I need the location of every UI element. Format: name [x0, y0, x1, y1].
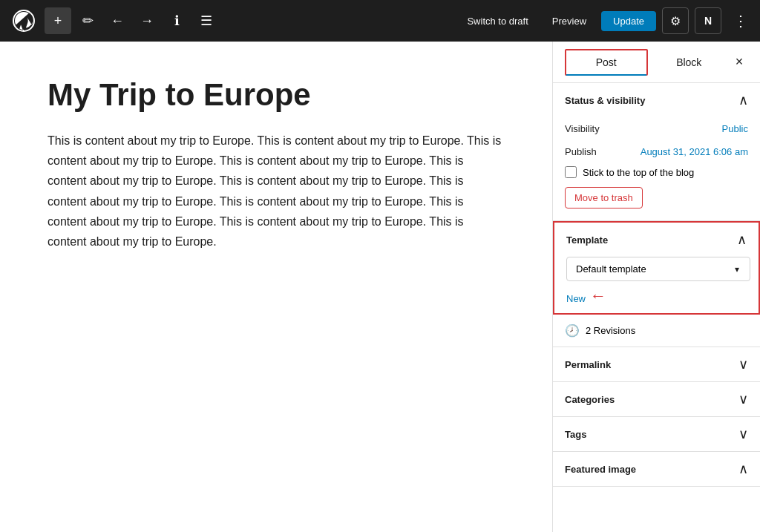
post-title[interactable]: My Trip to Europe	[48, 77, 505, 113]
featured-image-header[interactable]: Featured image ∧	[553, 452, 760, 486]
visibility-value[interactable]: Public	[722, 123, 748, 134]
preview-button[interactable]: Preview	[543, 11, 595, 31]
redo-button[interactable]: →	[134, 7, 160, 34]
template-select-wrap: Default template ▾	[566, 257, 747, 281]
template-header: Template ∧	[566, 231, 747, 248]
n-button[interactable]: N	[695, 7, 721, 34]
permalink-title: Permalink	[565, 359, 611, 370]
template-title: Template	[566, 234, 608, 246]
status-visibility-body: Visibility Public Publish August 31, 202…	[553, 117, 760, 220]
sticky-row: Stick to the top of the blog	[565, 163, 748, 181]
revisions-icon: 🕗	[565, 324, 580, 338]
template-new-link[interactable]: New	[566, 293, 586, 304]
publish-label: Publish	[565, 146, 597, 157]
toolbar-right: Switch to draft Preview Update ⚙ N ⋮	[458, 7, 754, 34]
info-button[interactable]: ℹ	[163, 7, 190, 34]
status-visibility-title: Status & visibility	[565, 95, 645, 106]
permalink-panel: Permalink ∨	[553, 347, 760, 382]
toolbar: + ✏ ← → ℹ ☰ Switch to draft Preview Upda…	[0, 0, 760, 42]
categories-header[interactable]: Categories ∨	[553, 382, 760, 416]
featured-image-panel: Featured image ∧	[553, 452, 760, 487]
template-select[interactable]: Default template	[566, 257, 750, 281]
status-visibility-header[interactable]: Status & visibility ∧	[553, 83, 760, 117]
permalink-toggle[interactable]: ∨	[738, 356, 748, 372]
tags-panel: Tags ∨	[553, 417, 760, 452]
add-block-button[interactable]: +	[45, 7, 71, 34]
categories-toggle[interactable]: ∨	[738, 391, 748, 407]
template-toggle[interactable]: ∧	[737, 231, 747, 248]
tab-post[interactable]: Post	[565, 49, 648, 76]
update-button[interactable]: Update	[601, 11, 656, 31]
categories-panel: Categories ∨	[553, 382, 760, 417]
list-view-button[interactable]: ☰	[193, 7, 220, 34]
tags-title: Tags	[565, 429, 586, 440]
tags-header[interactable]: Tags ∨	[553, 417, 760, 451]
sidebar: Post Block × Status & visibility ∧ Visib…	[552, 42, 760, 532]
visibility-row: Visibility Public	[565, 117, 748, 140]
revisions-count: 2 Revisions	[586, 325, 635, 336]
template-panel: Template ∧ Default template ▾ New ←	[553, 221, 760, 315]
permalink-header[interactable]: Permalink ∨	[553, 347, 760, 381]
wp-logo	[6, 0, 42, 42]
visibility-label: Visibility	[565, 123, 600, 134]
tab-block[interactable]: Block	[648, 49, 731, 76]
edit-button[interactable]: ✏	[74, 7, 101, 34]
featured-image-toggle[interactable]: ∧	[738, 461, 748, 477]
arrow-indicator: ←	[590, 288, 606, 304]
publish-row: Publish August 31, 2021 6:06 am	[565, 140, 748, 163]
revisions-row[interactable]: 🕗 2 Revisions	[553, 315, 760, 347]
publish-value[interactable]: August 31, 2021 6:06 am	[641, 146, 748, 157]
main-layout: My Trip to Europe This is content about …	[0, 42, 760, 532]
status-visibility-toggle[interactable]: ∧	[738, 92, 748, 108]
sticky-checkbox[interactable]	[565, 166, 577, 178]
settings-button[interactable]: ⚙	[662, 7, 689, 34]
sticky-label: Stick to the top of the blog	[583, 167, 694, 178]
status-visibility-panel: Status & visibility ∧ Visibility Public …	[553, 83, 760, 221]
post-content[interactable]: This is content about my trip to Europe.…	[48, 131, 505, 252]
undo-button[interactable]: ←	[104, 7, 131, 34]
close-sidebar-button[interactable]: ×	[730, 53, 748, 71]
editor-area: My Trip to Europe This is content about …	[0, 42, 552, 532]
sidebar-header: Post Block ×	[553, 42, 760, 83]
switch-draft-button[interactable]: Switch to draft	[458, 11, 537, 31]
move-to-trash-button[interactable]: Move to trash	[565, 187, 643, 208]
featured-image-title: Featured image	[565, 464, 636, 475]
more-options-button[interactable]: ⋮	[727, 7, 754, 34]
categories-title: Categories	[565, 394, 615, 405]
tags-toggle[interactable]: ∨	[738, 426, 748, 442]
